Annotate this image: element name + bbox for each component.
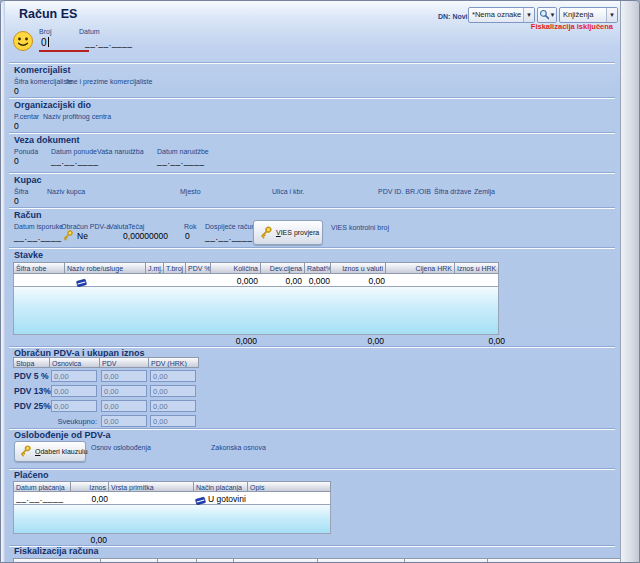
search-dropdown[interactable]: ▼	[537, 7, 557, 23]
stavke-col-header: Naziv robe/usluge	[65, 262, 146, 274]
section-divider	[9, 172, 615, 174]
pdv25-osnovica-input: 0,00	[51, 400, 97, 412]
chevron-down-icon: ▼	[523, 8, 534, 22]
section-divider	[9, 207, 615, 209]
stavke-iznos-valuta-cell[interactable]: 0,00	[337, 277, 385, 286]
oznaka-dropdown[interactable]: *Nema oznake ▼	[468, 7, 535, 23]
pdv25-pdv-hrk-input: 0,00	[150, 400, 196, 412]
pdv5-osnovica-input: 0,00	[51, 370, 97, 382]
zakonska-osnova-label: Zakonska osnova	[211, 444, 266, 451]
pcentar-label: P.centar	[14, 113, 39, 120]
stavke-col-header: Cijena HRK	[386, 262, 455, 274]
dospijece-input[interactable]: __.__.____	[205, 233, 253, 242]
odaberi-klauzulu-label: Odaberi klauzulu	[35, 448, 88, 455]
section-divider	[9, 545, 615, 547]
datum-isporuke-input[interactable]: __.__.____	[14, 233, 62, 242]
broj-input[interactable]: 0	[41, 37, 49, 48]
placeno-iznos-cell[interactable]: 0,00	[68, 495, 108, 504]
placeno-grid-body[interactable]	[13, 505, 331, 534]
placeno-col-header: Opis	[248, 481, 331, 492]
vies-provjera-button[interactable]: VIES provjera	[253, 220, 323, 245]
stavke-kolicina-cell[interactable]: 0,000	[214, 277, 258, 286]
stavke-col-header: T.broj	[164, 262, 186, 274]
tecaj-label: Tečaj	[128, 223, 144, 230]
section-divider	[9, 97, 615, 99]
tecaj-value[interactable]: 0,00000000	[116, 232, 168, 241]
rok-value[interactable]: 0	[185, 232, 190, 241]
obracun-pdv-value[interactable]: Ne	[77, 232, 88, 241]
pdv5-pdv-input: 0,00	[101, 370, 147, 382]
odaberi-klauzulu-button[interactable]: Odaberi klauzulu	[14, 441, 86, 462]
vies-kontrolni-label: VIES kontrolni broj	[331, 224, 389, 231]
stavke-total-iznos-valuta: 0,00	[334, 337, 384, 346]
fiskalizacija-col-header: Broj računa	[234, 558, 318, 563]
section-title-veza: Veza dokument	[14, 136, 80, 145]
stavke-col-header: Šifra robe	[13, 262, 65, 274]
text-caret	[48, 37, 49, 47]
placeno-nacin-cell[interactable]: U gotovini	[208, 495, 246, 504]
section-title-organizacijski: Organizacijski dio	[14, 101, 91, 110]
stavke-total-kolicina: 0,000	[207, 337, 257, 346]
datum-narudzbe-input[interactable]: __.__.____	[157, 157, 205, 166]
key-icon	[258, 225, 273, 241]
section-title-fiskalizacija: Fiskalizacija računa	[14, 547, 99, 556]
placeno-col-header: Iznos	[71, 481, 109, 492]
vies-provjera-label: VIES provjera	[276, 229, 319, 236]
smiley-status-icon	[12, 30, 34, 55]
kupac-sifra-label: Šifra	[14, 188, 28, 195]
naziv-kupca-label: Naziv kupca	[47, 188, 85, 195]
placeno-col-header: Način plaćanja	[194, 481, 248, 492]
stavke-col-header: J.mj.	[146, 262, 164, 274]
stavke-table-header: Šifra robe Naziv robe/usluge J.mj. T.bro…	[13, 262, 499, 274]
stavke-row[interactable]: 0,000 0,00 0,000 0,00	[13, 274, 499, 287]
ponuda-label: Ponuda	[14, 148, 38, 155]
placeno-row[interactable]: __.__.____ 0,00 U gotovini	[13, 492, 331, 505]
osnov-oslobodjenja-label: Osnov oslobođenja	[91, 444, 151, 451]
stavke-dev-cijena-cell[interactable]: 0,00	[264, 277, 302, 286]
section-divider	[9, 62, 615, 64]
chevron-down-icon: ▼	[549, 8, 556, 22]
key-lookup-icon[interactable]	[61, 229, 74, 245]
oznaka-dropdown-value: *Nema oznake	[469, 11, 523, 19]
sveukupno-pdv-input: 0,00	[101, 415, 147, 427]
mjesto-label: Mjesto	[180, 188, 201, 195]
pdv13-label: PDV 13%	[14, 387, 51, 396]
pdv-id-label: PDV ID. BR./OIB	[378, 188, 431, 195]
fiskalizacija-col-header: Vrijeme	[197, 558, 234, 563]
dospijece-label: Dospijeće računa	[205, 223, 259, 230]
sifra-drzave-label: Šifra države	[434, 188, 471, 195]
stavke-rabat-cell[interactable]: 0,000	[298, 277, 330, 286]
placeno-table-header: Datum plaćanja Iznos Vrsta primitka Nači…	[13, 481, 331, 492]
valuta-label: Valuta	[109, 223, 128, 230]
obracun-table-header: Stopa Osnovica PDV PDV (HRK)	[13, 357, 199, 368]
kupac-sifra-value[interactable]: 0	[14, 197, 19, 206]
pcentar-value[interactable]: 0	[14, 122, 19, 131]
invoice-window: Račun ES DN: Novi *Nema oznake ▼ ▼ Knjiž…	[0, 0, 640, 563]
ponuda-value[interactable]: 0	[14, 157, 19, 166]
window-right-border	[620, 1, 639, 563]
fiskalizacija-col-header: Način plaćanja	[13, 558, 101, 563]
obracun-col-header: Stopa	[13, 357, 50, 368]
dn-status: DN: Novi	[438, 13, 468, 20]
ulica-label: Ulica i kbr.	[272, 188, 304, 195]
sveukupno-pdv-hrk-input: 0,00	[150, 415, 196, 427]
stavke-col-header: Količina	[211, 262, 261, 274]
sifra-komercijaliste-value[interactable]: 0	[14, 87, 19, 96]
stavke-col-header: Dev.cijena	[261, 262, 305, 274]
pdv13-osnovica-input: 0,00	[51, 385, 97, 397]
fiskalizacija-col-header: Zaštitni kod	[318, 558, 405, 563]
datum-ponude-input[interactable]: __.__.____	[51, 157, 99, 166]
obracun-col-header: PDV	[100, 357, 149, 368]
pdv13-pdv-input: 0,00	[101, 385, 147, 397]
stavke-col-header: PDV %	[186, 262, 211, 274]
window-left-border	[1, 1, 5, 563]
datum-input[interactable]: __.__.____	[85, 39, 133, 48]
stavke-grid-body[interactable]	[13, 287, 499, 335]
stavke-col-header: Iznos u HRK	[455, 262, 499, 274]
section-title-racun: Račun	[14, 211, 42, 220]
obracun-col-header: PDV (HRK)	[149, 357, 199, 368]
search-icon	[538, 9, 549, 22]
zemlja-label: Zemlja	[474, 188, 495, 195]
knjizenja-dropdown[interactable]: Knjiženja ▼	[559, 7, 618, 23]
placeno-datum-cell[interactable]: __.__.____	[16, 494, 64, 503]
